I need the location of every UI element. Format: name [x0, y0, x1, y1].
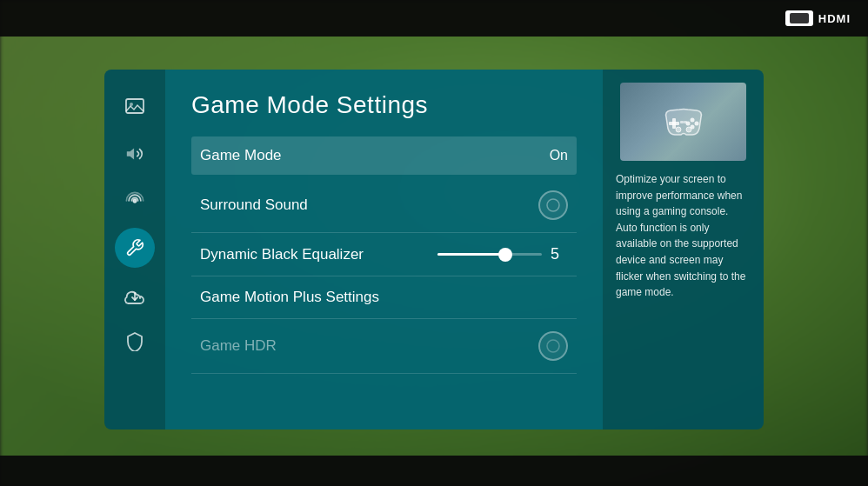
content-area: Game Mode Settings Game Mode On Surround…	[165, 70, 603, 429]
game-hdr-toggle[interactable]	[538, 331, 568, 361]
surround-sound-toggle[interactable]	[538, 190, 568, 220]
svg-point-15	[686, 127, 691, 132]
svg-point-9	[694, 122, 698, 126]
slider-fill	[437, 253, 505, 256]
main-panel: Game Mode Settings Game Mode On Surround…	[104, 70, 764, 429]
bottom-bar	[0, 456, 868, 486]
right-panel: Optimize your screen to improve performa…	[603, 70, 764, 429]
surround-sound-row[interactable]: Surround Sound	[191, 178, 577, 233]
game-motion-plus-label: Game Motion Plus Settings	[200, 289, 379, 306]
svg-point-14	[676, 127, 681, 132]
game-mode-value: On	[550, 148, 568, 163]
slider-thumb[interactable]	[498, 248, 512, 262]
preview-image	[620, 83, 746, 161]
hdmi-icon	[785, 10, 813, 26]
hdmi-badge: HDMI	[785, 10, 851, 26]
surround-sound-label: Surround Sound	[200, 196, 308, 214]
game-mode-row[interactable]: Game Mode On	[191, 136, 577, 175]
page-title: Game Mode Settings	[191, 91, 577, 119]
game-hdr-row[interactable]: Game HDR	[191, 319, 577, 374]
sidebar-item-picture[interactable]	[115, 87, 155, 127]
svg-point-4	[547, 199, 559, 211]
slider-value: 5	[551, 245, 568, 263]
top-bar: HDMI	[0, 0, 868, 37]
svg-rect-0	[126, 99, 144, 113]
svg-point-3	[133, 199, 137, 203]
description-text: Optimize your screen to improve performa…	[616, 171, 751, 301]
dynamic-black-equalizer-row[interactable]: Dynamic Black Equalizer 5	[191, 233, 577, 276]
svg-rect-12	[680, 121, 684, 123]
game-hdr-label: Game HDR	[200, 337, 277, 355]
slider-track[interactable]	[437, 253, 542, 256]
sidebar-item-cloud[interactable]	[115, 275, 155, 315]
svg-marker-2	[127, 149, 134, 160]
sidebar-item-sound[interactable]	[115, 134, 155, 174]
sidebar-item-shield[interactable]	[115, 322, 155, 362]
slider-container: 5	[437, 245, 568, 263]
hdmi-label: HDMI	[818, 12, 851, 25]
svg-point-5	[547, 340, 559, 352]
sidebar-item-tools[interactable]	[115, 228, 155, 268]
svg-rect-7	[669, 122, 679, 125]
dynamic-black-equalizer-label: Dynamic Black Equalizer	[200, 246, 364, 263]
sidebar	[104, 70, 165, 429]
game-mode-label: Game Mode	[200, 147, 282, 164]
svg-point-8	[690, 118, 694, 123]
svg-rect-13	[684, 121, 687, 123]
game-motion-plus-row[interactable]: Game Motion Plus Settings	[191, 276, 577, 319]
sidebar-item-network[interactable]	[115, 181, 155, 221]
